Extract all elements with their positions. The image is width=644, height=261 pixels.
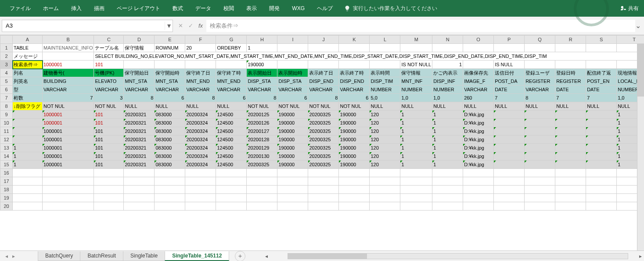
cell-r7-14[interactable]: 7 xyxy=(494,94,525,102)
cell[interactable] xyxy=(308,186,339,194)
cell-L10[interactable]: 120 xyxy=(370,119,400,127)
sheet-tab-SingleTable[interactable]: SingleTable xyxy=(123,251,165,261)
sheet-nav-next-icon[interactable]: ▸ xyxy=(11,253,17,259)
cell-G10[interactable]: 124500 xyxy=(216,119,247,127)
expand-formula-bar-icon[interactable]: ⌄ xyxy=(635,21,644,30)
row-header-15[interactable]: 15 xyxy=(0,161,13,169)
cell-Q11[interactable] xyxy=(525,127,555,136)
cell-O15[interactable]: D:¥kk.jpg xyxy=(463,161,494,169)
cell-r7-5[interactable]: 6 xyxy=(216,94,247,102)
cell-S9[interactable] xyxy=(586,111,617,119)
cell-Q15[interactable] xyxy=(525,161,555,169)
col-header-J[interactable]: J xyxy=(308,36,339,44)
cell[interactable] xyxy=(586,169,617,177)
cell[interactable] xyxy=(247,186,277,194)
cell-r8-11[interactable]: NULL xyxy=(400,102,432,111)
hscroll-thumb[interactable] xyxy=(288,254,367,259)
cell-r6-15[interactable]: VARCHAR xyxy=(525,86,555,94)
cell-r8-9[interactable]: NOT NUL xyxy=(339,102,370,111)
cell-M13[interactable]: 1 xyxy=(400,144,432,152)
cell[interactable] xyxy=(277,169,308,177)
cell[interactable] xyxy=(494,202,525,211)
cell-r4-9[interactable]: 表示終了時 xyxy=(339,69,370,77)
cell[interactable] xyxy=(155,61,185,69)
row-header-6[interactable]: 6 xyxy=(0,86,13,94)
cell-r8-2[interactable]: NULL xyxy=(124,102,155,111)
cell[interactable] xyxy=(339,169,370,177)
cell-P12[interactable] xyxy=(494,136,525,144)
cell-r4-17[interactable]: 配信終了返 xyxy=(586,69,617,77)
cell-r4-3[interactable]: 保守開始時 xyxy=(155,69,185,77)
cell-I9[interactable]: 190000 xyxy=(277,111,308,119)
cell[interactable] xyxy=(400,44,432,52)
cell[interactable] xyxy=(13,194,43,202)
cell-r6-8[interactable]: VARCHAR xyxy=(308,86,339,94)
col-header-O[interactable]: O xyxy=(463,36,494,44)
cell-r4-16[interactable]: 登録日時 xyxy=(555,69,586,77)
cell-G14[interactable]: 124500 xyxy=(216,152,247,161)
cell-M11[interactable]: 1 xyxy=(400,127,432,136)
cell-G12[interactable]: 124500 xyxy=(216,136,247,144)
cell-r4-14[interactable]: 送信日付 xyxy=(494,69,525,77)
cell-N11[interactable]: 1 xyxy=(432,127,463,136)
cell[interactable] xyxy=(432,202,463,211)
cell[interactable] xyxy=(94,169,124,177)
cell[interactable] xyxy=(555,169,586,177)
cell[interactable] xyxy=(370,186,400,194)
cell[interactable] xyxy=(155,202,185,211)
cell-N14[interactable]: 1 xyxy=(432,152,463,161)
cell-G15[interactable]: 124500 xyxy=(216,161,247,169)
cell-r8-6[interactable]: NOT NUL xyxy=(247,102,277,111)
col-header-L[interactable]: L xyxy=(370,36,400,44)
cell-r4-5[interactable]: 保守終了時 xyxy=(216,69,247,77)
share-button[interactable]: 共有 xyxy=(620,5,639,12)
col-header-K[interactable]: K xyxy=(339,36,370,44)
cell[interactable] xyxy=(400,177,432,186)
cell-G13[interactable]: 124500 xyxy=(216,144,247,152)
sheet-tab-BatchResult[interactable]: BatchResult xyxy=(80,251,123,261)
cell-r7-12[interactable]: 1,0 xyxy=(432,94,463,102)
cell[interactable] xyxy=(155,169,185,177)
cell-r4-2[interactable]: 保守開始日 xyxy=(124,69,155,77)
cell-N12[interactable]: 1 xyxy=(432,136,463,144)
cell-r5-11[interactable]: MNT_INF xyxy=(400,77,432,86)
cell-M14[interactable]: 1 xyxy=(400,152,432,161)
cell-r5-12[interactable]: DISP_INF xyxy=(432,77,463,86)
col-header-S[interactable]: S xyxy=(586,36,617,44)
grid-table[interactable]: ABCDEFGHIJKLMNOPQRST1TABLEMAINTENANCE_IN… xyxy=(0,35,644,211)
row-header-9[interactable]: 9 xyxy=(0,111,13,119)
cell[interactable] xyxy=(586,194,617,202)
cell-D15[interactable]: 20200321 xyxy=(124,161,155,169)
cell[interactable] xyxy=(555,177,586,186)
cell-G9[interactable]: 124500 xyxy=(216,111,247,119)
col-header-T[interactable]: T xyxy=(617,36,644,44)
cell[interactable] xyxy=(370,169,400,177)
ribbon-tab-help[interactable]: ヘルプ xyxy=(311,1,339,16)
cell[interactable] xyxy=(463,61,494,69)
ribbon-tab-insert[interactable]: 挿入 xyxy=(65,1,88,16)
cell-S15[interactable] xyxy=(586,161,617,169)
cell-r6-4[interactable]: VARCHAR xyxy=(185,86,216,94)
cell-r8-8[interactable]: NOT NUL xyxy=(308,102,339,111)
row-header-4[interactable]: 4 xyxy=(0,69,13,77)
cell-R213[interactable] xyxy=(555,144,586,152)
cell-A12[interactable] xyxy=(13,136,43,144)
cell-H9[interactable]: 20200125 xyxy=(247,111,277,119)
cell-F1[interactable]: 20 xyxy=(185,44,216,52)
cell[interactable] xyxy=(339,177,370,186)
cell-B9[interactable]: 1000001 xyxy=(43,111,94,119)
cell-r6-11[interactable]: NUMBER xyxy=(400,86,432,94)
cell-R210[interactable] xyxy=(555,119,586,127)
cell[interactable] xyxy=(370,202,400,211)
cell[interactable] xyxy=(494,177,525,186)
cell-r5-6[interactable]: DISP_STA xyxy=(247,77,277,86)
cell[interactable] xyxy=(216,186,247,194)
cell-I11[interactable]: 190000 xyxy=(277,127,308,136)
sheet-tab-BatchQuery[interactable]: BatchQuery xyxy=(38,251,80,261)
cell[interactable] xyxy=(277,177,308,186)
cell-L12[interactable]: 120 xyxy=(370,136,400,144)
cell-M3[interactable]: IS NOT NULL xyxy=(400,61,432,69)
cell[interactable] xyxy=(216,169,247,177)
cell[interactable] xyxy=(463,186,494,194)
cell[interactable] xyxy=(43,177,94,186)
